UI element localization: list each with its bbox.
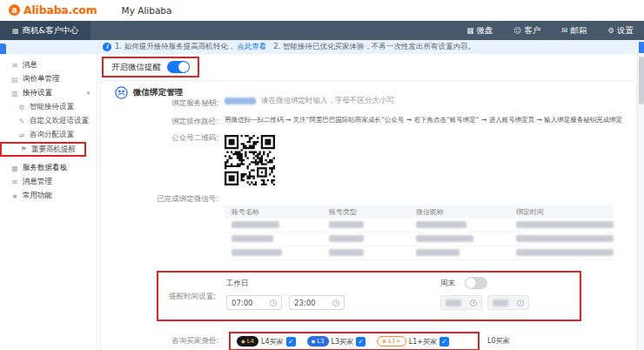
- workday-label: 工作日: [226, 279, 249, 289]
- top-header: a Alibaba.com My Alibaba: [0, 0, 644, 21]
- redacted-text: [231, 221, 279, 228]
- buyer-l1plus-checkbox[interactable]: [439, 337, 449, 347]
- reminder-time-label: 提醒时间设置:: [158, 292, 216, 302]
- card-title: 微信绑定管理: [133, 87, 183, 98]
- table-row[interactable]: [225, 246, 614, 260]
- list-icon: ▤: [10, 76, 19, 84]
- tier-text: L4: [247, 339, 254, 345]
- redacted-text: [329, 249, 364, 256]
- clock-icon: [470, 300, 477, 306]
- qr-code: [225, 135, 275, 185]
- sidebar-group-reception-settings[interactable]: ▥ 接待设置 ▾: [0, 86, 97, 100]
- sidebar-item-custom-welcome-settings[interactable]: ✎ 自定义欢迎语设置: [0, 114, 97, 128]
- tier-text: L1+: [388, 339, 400, 345]
- table-row[interactable]: [225, 232, 614, 246]
- sidebar-item-label: 自定义欢迎语设置: [30, 116, 89, 126]
- tier-text: L3: [317, 339, 324, 345]
- buyer-l3-checkbox[interactable]: [356, 337, 366, 347]
- redacted-text: [493, 300, 508, 306]
- weekend-end-time-input: [487, 295, 529, 310]
- gear-icon: ⚙: [17, 104, 26, 111]
- sidebar-item-label: 智能接待设置: [30, 102, 74, 112]
- crown-icon: ♛: [382, 339, 386, 344]
- redacted-text: [231, 249, 282, 256]
- bind-path-label: 绑定操作路径:: [101, 117, 218, 127]
- info-icon: i: [103, 43, 111, 51]
- star-icon: ★: [10, 192, 19, 200]
- grid-icon: ▦: [12, 27, 19, 35]
- wechat-binding-card: 微信绑定管理 绑定服务秘钥: 请在微信绑定时输入，字母不区分大小写 绑定操作路径…: [100, 80, 637, 350]
- table-row[interactable]: [225, 219, 614, 232]
- sidebar-item-messages[interactable]: ✉ 消息: [0, 58, 97, 72]
- sidebar-item-label: 询价单管理: [23, 74, 60, 84]
- weekend-start-time-input: [440, 295, 482, 310]
- page-scrollbar[interactable]: [637, 40, 644, 350]
- sidebar-item-consult-assignment-settings[interactable]: ⇌ 咨询分配设置: [0, 128, 97, 142]
- sidebar-item-inquiry-management[interactable]: ▤ 询价单管理: [0, 72, 97, 86]
- nav-right-group: ▦ 微盘 ☺ 客户 ✉ 邮箱 ⚙ 设置: [456, 21, 644, 40]
- redacted-text: [416, 249, 460, 256]
- clock-icon: [517, 300, 524, 306]
- tier-badge-l3: ◆ L3: [307, 336, 329, 347]
- redacted-text: [416, 221, 466, 228]
- column-header: 绑定时间: [509, 207, 614, 217]
- sidebar-item-label: 重要商机提醒: [31, 145, 76, 155]
- nav-tab-label: 商机&客户中心: [23, 25, 78, 37]
- nav-item-customers[interactable]: ☺ 客户: [503, 21, 551, 40]
- sidebar-item-important-business-reminder[interactable]: ⚑ 重要商机提醒: [0, 142, 86, 157]
- main-content: 开启微信提醒 微信绑定管理 绑定服务秘钥: 请在微信绑定时输入，字母不区分大小写…: [98, 54, 637, 350]
- nav-item-settings[interactable]: ⚙ 设置: [597, 21, 644, 40]
- nav-item-label: 设置: [617, 25, 634, 37]
- redacted-text: [516, 249, 614, 256]
- bind-secret-label: 绑定服务秘钥:: [101, 98, 218, 109]
- sidebar-item-service-data-dashboard[interactable]: ▦ 服务数据看板: [0, 161, 97, 175]
- alibaba-logo-text[interactable]: Alibaba.com: [23, 3, 97, 17]
- weekend-toggle[interactable]: [465, 277, 487, 289]
- buyer-option-l4[interactable]: ◆ L4 L4买家: [237, 336, 296, 347]
- scroll-top-button[interactable]: [639, 42, 644, 53]
- message-icon: ✉: [10, 62, 19, 70]
- my-alibaba-title[interactable]: My Alibaba: [122, 5, 172, 16]
- bind-path-value: 用微信扫一扫二维码 → 关注“阿里巴巴国际站商家成长”公众号 → 右下角点击“账…: [225, 116, 622, 125]
- mail-icon: ✉: [561, 26, 567, 35]
- nav-item-mailbox[interactable]: ✉ 邮箱: [551, 21, 597, 40]
- sidebar-item-common-functions[interactable]: ★ 常用功能: [0, 189, 97, 203]
- chevron-down-icon: ▾: [86, 90, 90, 97]
- flag-icon: ⚑: [19, 145, 28, 153]
- workday-end-value: 23:00: [294, 299, 316, 307]
- disk-icon: ▦: [466, 26, 473, 35]
- redacted-secret-code: [225, 98, 256, 104]
- bind-secret-value: 请在微信绑定时输入，字母不区分大小写: [225, 96, 394, 106]
- bound-accounts-table: 账号名称 账号类型 微信昵称 绑定时间: [225, 205, 614, 260]
- workday-start-time-input[interactable]: 07:00: [226, 295, 282, 310]
- wechat-reminder-toggle[interactable]: [167, 61, 190, 73]
- buyer-option-l0[interactable]: L0买家: [487, 336, 510, 346]
- sidebar-item-smart-reception-settings[interactable]: ⚙ 智能接待设置: [0, 100, 97, 114]
- column-header: 账号名称: [225, 207, 322, 217]
- buyer-option-l1plus[interactable]: ♛ L1+ L1+买家: [377, 336, 449, 347]
- sidebar-item-label: 服务数据看板: [23, 163, 67, 173]
- tier-badge-l4: ◆ L4: [237, 336, 258, 347]
- scrollbar-thumb[interactable]: [639, 57, 644, 104]
- panel-icon: ▥: [10, 90, 19, 98]
- qr-code-svg: [225, 135, 275, 185]
- sidebar-item-message-management[interactable]: ✉ 消息管理: [0, 175, 97, 189]
- nav-item-label: 客户: [524, 25, 540, 37]
- nav-item-cloud-disk[interactable]: ▦ 微盘: [456, 21, 503, 40]
- weekend-label: 周末: [440, 279, 455, 289]
- redacted-text: [416, 235, 473, 242]
- tab-business-customer-center[interactable]: ▦ 商机&客户中心: [0, 21, 91, 40]
- redacted-text: [329, 221, 364, 228]
- clock-icon: [332, 300, 339, 306]
- diamond-icon: ◆: [241, 339, 245, 344]
- notice-link[interactable]: 点此查看: [237, 42, 266, 52]
- alibaba-logo-icon: a: [9, 4, 20, 16]
- dashboard-icon: ▦: [10, 165, 19, 172]
- sidebar-item-label: 接待设置: [23, 88, 52, 98]
- sidebar-item-label: 消息: [23, 60, 37, 71]
- app-root: a Alibaba.com My Alibaba ▦ 商机&客户中心 ▦ 微盘 …: [0, 0, 644, 350]
- buyer-l4-checkbox[interactable]: [286, 337, 296, 347]
- buyer-option-l3[interactable]: ◆ L3 L3买家: [307, 336, 366, 347]
- workday-end-time-input[interactable]: 23:00: [289, 295, 345, 310]
- mail-icon: ✉: [10, 178, 19, 186]
